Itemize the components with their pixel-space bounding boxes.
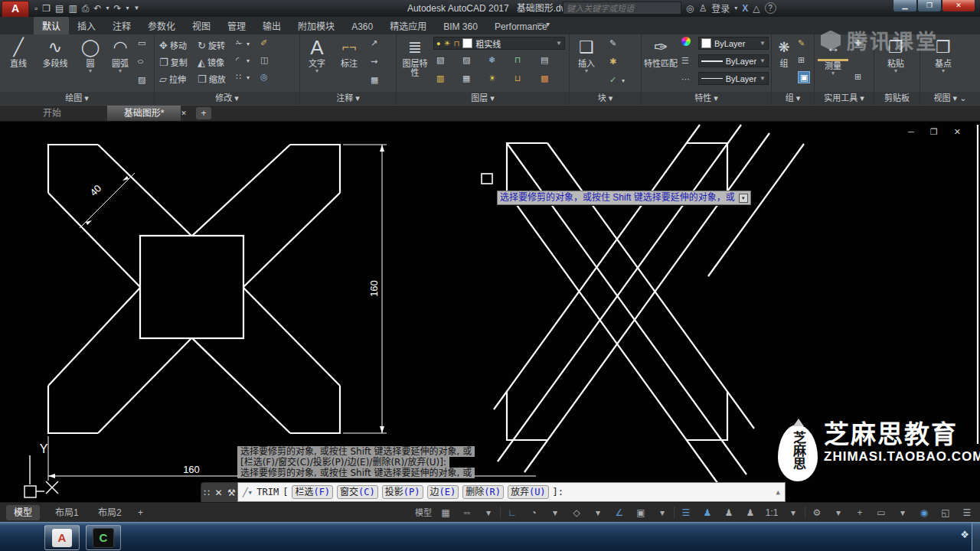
layer-tool-icon[interactable]: ▦ (462, 73, 470, 83)
lineweight-list-icon[interactable]: ☰ (681, 55, 689, 66)
panel-label-clipboard[interactable]: 剪贴板 (874, 92, 920, 105)
workspace-dropdown-icon[interactable]: ▾ (828, 504, 848, 521)
file-tab-document[interactable]: 基础图形* (107, 106, 181, 121)
layer-lock2-icon[interactable]: ⊔ (514, 73, 521, 83)
panel-label-utilities[interactable]: 实用工具 ▾ (815, 92, 874, 105)
layer-tool-icon[interactable]: ▨ (462, 54, 470, 65)
copy-button[interactable]: ❐复制 (159, 56, 188, 68)
dimension-button[interactable]: ⌐¬ 标注 (334, 36, 364, 68)
trim-icon[interactable]: ✁ (236, 37, 243, 48)
layer-thaw-all-icon[interactable]: ☀ (488, 73, 496, 83)
command-window-handle[interactable]: ∷ ✕ ⚒ (201, 482, 239, 504)
panel-label-annotate[interactable]: 注释 ▾ (300, 92, 396, 105)
array-icon[interactable]: ∷ (236, 71, 241, 82)
customization-icon[interactable]: ☰ (957, 504, 977, 521)
stretch-button[interactable]: ▱拉伸 (159, 73, 186, 85)
ellipse-icon[interactable]: ○ (137, 56, 144, 67)
command-line[interactable]: ╱▾ TRIM [ 栏选(F) 窗交(C) 投影(P) 边(E) 删除(R) 放… (237, 482, 786, 502)
ribbon-tab-bim360[interactable]: BIM 360 (435, 19, 486, 34)
layer-properties-button[interactable]: ≣ 图层特性 (400, 36, 430, 77)
file-tab-close-icon[interactable]: ✕ (178, 106, 190, 121)
linetype-dropdown[interactable]: ByLayer▼ (698, 72, 769, 85)
group-selection-icon[interactable]: ▣ (798, 71, 810, 83)
search-icon[interactable]: ◎ (686, 3, 694, 14)
osnap-tracking-icon[interactable]: ∠ (609, 504, 629, 521)
ribbon-tab-manage[interactable]: 管理 (219, 17, 254, 34)
ortho-mode-icon[interactable]: ∟ (502, 504, 522, 521)
move-button[interactable]: ✥移动 (159, 39, 187, 51)
panel-label-view[interactable]: 视图 ▾ ⌄ (920, 92, 980, 105)
command-history-expand-icon[interactable]: ▲ (776, 488, 780, 496)
layer-tool-icon[interactable]: ▩ (541, 73, 548, 83)
option-project[interactable]: 投影(P) (382, 485, 423, 499)
command-grip-icon[interactable]: ∷ (204, 487, 210, 498)
scale-dropdown-icon[interactable]: ▾ (783, 504, 803, 521)
annotation-scale-value[interactable]: 1:1 (762, 504, 782, 521)
close-button[interactable]: ✕ (942, 0, 975, 12)
polar-dropdown-icon[interactable]: ▾ (545, 504, 565, 521)
polyline-button[interactable]: ∿ 多段线 (35, 36, 75, 68)
ribbon-tab-insert[interactable]: 插入 (69, 17, 104, 34)
drawing-window-controls[interactable]: ─ ❐ ✕ (908, 127, 968, 137)
rotate-button[interactable]: ↻旋转 (198, 39, 225, 51)
layer-dropdown[interactable]: ● ☀ ⊓ 粗实线 ▼ (433, 37, 565, 50)
quick-calculator-icon[interactable]: ⊞ (854, 71, 861, 82)
layer-unlock-icon[interactable]: ⊓ (514, 54, 521, 65)
create-block-icon[interactable]: ✎ (609, 37, 616, 48)
panel-label-layers[interactable]: 图层 ▾ (397, 92, 569, 105)
object-snap-icon[interactable]: ▣ (631, 504, 651, 521)
panel-label-groups[interactable]: 组 ▾ (772, 92, 814, 105)
ribbon-tab-addins[interactable]: 附加模块 (289, 17, 343, 34)
iso-dropdown-icon[interactable]: ▾ (588, 504, 608, 521)
layer-tool-icon[interactable]: ▧ (436, 54, 444, 65)
line-button[interactable]: ╱ 直线 (3, 36, 34, 68)
grid-icon[interactable]: ▦ (436, 504, 456, 521)
insert-block-button[interactable]: ❑ 插入▾ (573, 36, 600, 74)
color-palette-icon[interactable] (681, 37, 691, 48)
panel-label-properties[interactable]: 特性 ▾ (642, 92, 771, 105)
snap-mode-icon[interactable]: ▫▫ (457, 504, 477, 521)
group-button[interactable]: ❋ 组 (773, 36, 795, 68)
exchange-apps-icon[interactable]: X (742, 3, 748, 14)
block-dropdown-icon[interactable]: ▾ (622, 76, 625, 86)
a360-icon[interactable]: △ (753, 3, 760, 14)
option-erase[interactable]: 删除(R) (462, 485, 504, 499)
leader-icon[interactable]: ↗ (371, 37, 377, 48)
fillet-icon[interactable]: ◜ (236, 54, 239, 65)
lineweight-display-icon[interactable]: ☰ (676, 504, 696, 521)
taskbar-autocad-button[interactable]: A (44, 525, 80, 550)
model-space-button[interactable]: 模型 (413, 504, 434, 521)
ribbon-tab-view[interactable]: 视图 (184, 17, 219, 34)
show-desktop-button[interactable] (972, 523, 980, 551)
annotation-visibility-icon[interactable]: ♟ (697, 504, 717, 521)
command-tools-icon[interactable]: ⚒ (227, 487, 236, 498)
ribbon-tab-annotate[interactable]: 注释 (104, 17, 139, 34)
layout-tab-layout2[interactable]: 布局2 (90, 505, 129, 520)
isometric-drafting-icon[interactable]: ◇ (567, 504, 586, 521)
ribbon-collapse-icon[interactable]: ▭ ▾ (537, 20, 550, 28)
group-edit-icon[interactable]: ✎ (798, 37, 805, 48)
linetype-list-icon[interactable]: ⋯ (681, 73, 690, 84)
table-icon[interactable]: ▦ (371, 74, 378, 85)
snap-dropdown-icon[interactable]: ▾ (479, 504, 498, 521)
layer-dropdown-icon[interactable]: ▼ (556, 40, 562, 47)
annotation-scale-icon[interactable]: ♟ (740, 504, 760, 521)
sign-in-label[interactable]: 登录 (711, 2, 730, 15)
help-icon[interactable]: ? (765, 2, 776, 14)
rectangle-icon[interactable]: ▭ (138, 37, 145, 48)
layout-tab-layout1[interactable]: 布局1 (47, 505, 87, 520)
tray-icon[interactable]: ❖ (960, 529, 969, 540)
arc-button[interactable]: ◠ 圆弧▾ (106, 36, 135, 74)
polar-tracking-icon[interactable]: ◔ (524, 504, 544, 521)
ribbon-tab-a360[interactable]: A360 (343, 19, 381, 34)
layer-isolate-icon[interactable]: ▥ (436, 73, 444, 83)
clean-screen-icon[interactable]: ◱ (936, 504, 956, 521)
graphics-performance-icon[interactable]: ◉ (914, 504, 934, 521)
autoscale-icon[interactable]: ♟ (719, 504, 739, 521)
ungroup-icon[interactable]: ⊞ (798, 54, 805, 65)
array-dropdown-icon[interactable]: ▾ (247, 73, 250, 83)
text-button[interactable]: A 文字▾ (303, 36, 331, 74)
annotation-monitor-icon[interactable]: + (850, 504, 870, 521)
layer-freeze-icon[interactable]: ❄ (488, 54, 495, 65)
option-undo[interactable]: 放弃(U) (508, 485, 549, 499)
